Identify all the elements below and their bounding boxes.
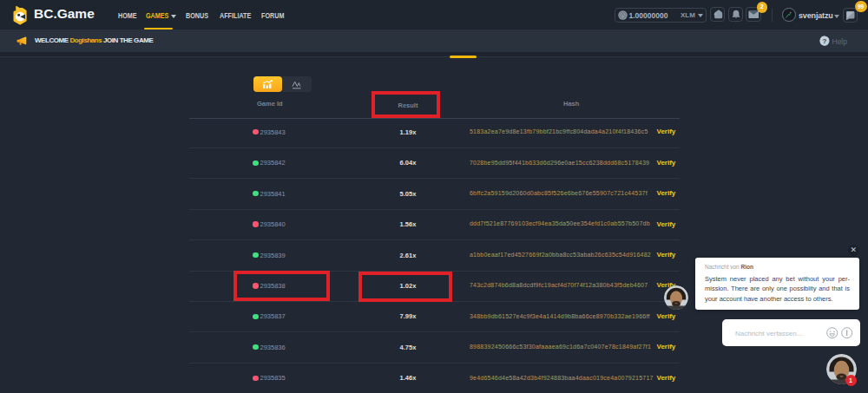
svg-text:?: ? bbox=[822, 37, 826, 45]
